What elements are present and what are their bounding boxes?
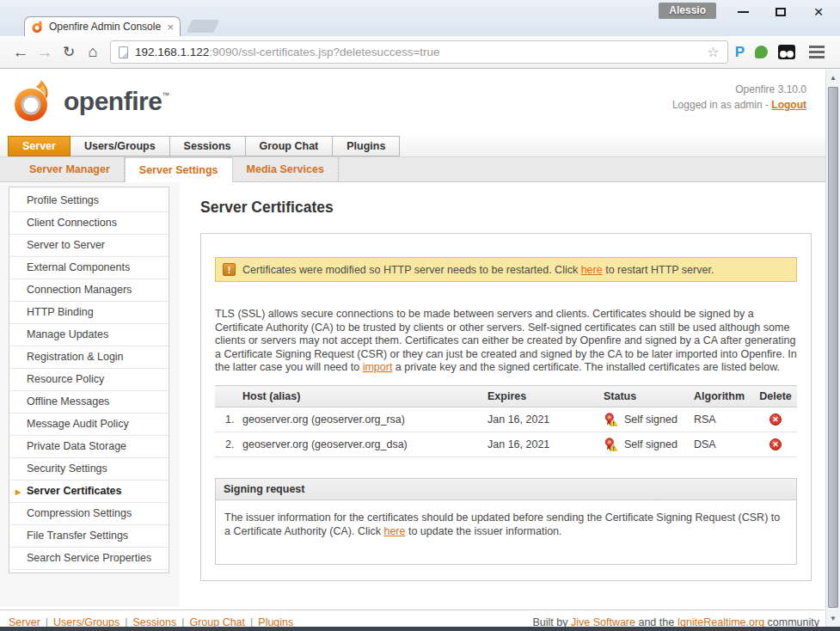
delete-certificate-icon[interactable]: ✕ [769, 414, 782, 426]
header-delete: Delete [754, 390, 797, 402]
signing-request-panel: Signing request The issuer information f… [215, 478, 797, 565]
version-label: Openfire 3.10.0 [672, 83, 806, 95]
restart-warning-banner: ! Certificates were modified so HTTP ser… [215, 257, 797, 282]
url-path: :9090/ssl-certificates.jsp?deletesuccess… [209, 46, 700, 58]
sidebar-item-connection-managers[interactable]: Connection Managers [9, 279, 169, 302]
row-number: 2. [215, 438, 242, 450]
restart-here-link[interactable]: here [581, 264, 603, 276]
p-extension-icon[interactable]: P [735, 44, 745, 61]
maximize-icon [776, 8, 786, 16]
sidebar-item-label: Server Certificates [27, 485, 121, 497]
signing-request-body: The issuer information for the certifica… [216, 500, 796, 564]
url-host: 192.168.1.122 [135, 46, 209, 58]
new-tab-button[interactable] [187, 20, 220, 33]
sidebar-item-profile-settings[interactable]: Profile Settings [9, 190, 169, 212]
sidebar-item-message-audit-policy[interactable]: Message Audit Policy [9, 414, 169, 436]
minimize-button[interactable] [730, 2, 756, 22]
table-row: 2. geoserver.org (geoserver.org_dsa) Jan… [215, 432, 797, 457]
delete-certificate-icon[interactable]: ✕ [769, 438, 782, 450]
extensions-area: P [735, 44, 828, 61]
sidebar-item-search-service-properties[interactable]: Search Service Properties [9, 548, 169, 570]
certificates-table: Host (alias) Expires Status Algorithm De… [215, 385, 797, 457]
sub-nav: Server Manager Server Settings Media Ser… [0, 156, 825, 182]
content-box: ! Certificates were modified so HTTP ser… [200, 233, 812, 581]
subtab-server-manager[interactable]: Server Manager [15, 157, 125, 181]
warning-text: Certificates were modified so HTTP serve… [242, 264, 714, 276]
table-header-row: Host (alias) Expires Status Algorithm De… [215, 385, 797, 407]
home-icon[interactable]: ⌂ [81, 43, 105, 61]
openfire-logo: openfire™ [10, 78, 169, 125]
dark-extension-icon[interactable] [778, 45, 795, 59]
openfire-flame-icon [10, 78, 55, 125]
warning-icon: ! [223, 263, 236, 276]
sidebar-item-compression-settings[interactable]: Compression Settings [9, 503, 169, 525]
cert-status-text: Self signed [624, 414, 678, 426]
warning-text-before: Certificates were modified so HTTP serve… [242, 264, 581, 276]
close-icon: × [813, 4, 823, 20]
back-icon[interactable]: ← [9, 43, 33, 62]
browser-toolbar: ← → ↻ ⌂ 192.168.1.122 :9090/ssl-certific… [0, 36, 840, 69]
header-info: Openfire 3.10.0 Logged in as admin - Log… [672, 83, 806, 111]
sidebar-item-external-components[interactable]: External Components [9, 257, 169, 279]
sidebar-item-private-data-storage[interactable]: Private Data Storage [9, 436, 169, 458]
header-host-alias: Host (alias) [215, 390, 487, 402]
sidebar-item-manage-updates[interactable]: Manage Updates [9, 324, 169, 346]
minimize-icon [738, 11, 749, 13]
tab-users-groups[interactable]: Users/Groups [70, 136, 170, 156]
cert-expires: Jan 16, 2021 [487, 414, 604, 426]
tab-sessions[interactable]: Sessions [169, 136, 246, 156]
subtab-server-settings[interactable]: Server Settings [125, 157, 233, 182]
header-status: Status [604, 390, 694, 402]
certificate-warning-icon [604, 438, 617, 451]
tab-server[interactable]: Server [8, 136, 71, 156]
url-bar[interactable]: 192.168.1.122 :9090/ssl-certificates.jsp… [110, 40, 728, 64]
tab-plugins[interactable]: Plugins [332, 136, 400, 156]
page-icon [119, 46, 128, 58]
scrollbar-thumb[interactable] [828, 87, 838, 608]
scroll-down-icon[interactable]: ▼ [826, 611, 840, 626]
tab-group-chat[interactable]: Group Chat [245, 136, 334, 156]
sidebar-item-file-transfer-settings[interactable]: File Transfer Settings [9, 525, 169, 548]
browser-window: Openfire Admin Console: × Alessio × ← → … [0, 0, 840, 631]
header-algorithm: Algorithm [694, 390, 754, 402]
scroll-up-icon[interactable]: ▲ [826, 70, 840, 85]
intro-text-after: a private key and the signed certificate… [392, 361, 780, 373]
cert-host-link[interactable]: geoserver.org (geoserver.org_rsa) [242, 414, 487, 426]
profile-badge[interactable]: Alessio [659, 3, 716, 19]
signing-request-title: Signing request [216, 479, 796, 500]
intro-paragraph: TLS (SSL) allows secure connections to b… [215, 308, 797, 375]
import-link[interactable]: import [363, 361, 393, 373]
browser-tab[interactable]: Openfire Admin Console: × [24, 16, 181, 36]
cert-status-text: Self signed [624, 438, 678, 450]
maximize-button[interactable] [768, 2, 794, 22]
logout-link[interactable]: Logout [771, 99, 806, 111]
cert-status-cell: Self signed [604, 413, 694, 426]
green-bubble-extension-icon[interactable] [755, 46, 768, 58]
chrome-menu-icon[interactable] [809, 46, 825, 48]
sidebar-item-server-to-server[interactable]: Server to Server [9, 235, 169, 257]
certificate-warning-icon [604, 413, 617, 426]
cert-status-cell: Self signed [604, 438, 694, 451]
page-title: Server Certificates [200, 199, 334, 217]
main-nav: Server Users/Groups Sessions Group Chat … [0, 136, 825, 156]
subtab-media-services[interactable]: Media Services [233, 157, 339, 181]
forward-icon[interactable]: → [33, 43, 57, 62]
sidebar-item-http-binding[interactable]: HTTP Binding [9, 302, 169, 324]
close-button[interactable]: × [806, 2, 831, 22]
update-issuer-here-link[interactable]: here [383, 525, 405, 537]
sidebar-item-client-connections[interactable]: Client Connections [9, 212, 169, 235]
tab-close-icon[interactable]: × [167, 21, 174, 33]
logo-text: openfire [64, 87, 162, 115]
sidebar-item-security-settings[interactable]: Security Settings [9, 458, 169, 481]
row-number: 1. [215, 414, 242, 426]
reload-icon[interactable]: ↻ [57, 43, 81, 61]
sidebar-item-server-certificates[interactable]: ▶Server Certificates [9, 481, 169, 503]
warning-text-after: to restart HTTP server. [603, 264, 714, 276]
vertical-scrollbar[interactable]: ▲ ▼ [825, 70, 840, 627]
cert-host-link[interactable]: geoserver.org (geoserver.org_dsa) [242, 438, 487, 450]
sidebar-item-registration-login[interactable]: Registration & Login [9, 346, 169, 369]
bookmark-star-icon[interactable]: ☆ [707, 44, 719, 60]
sidebar: Profile Settings Client Connections Serv… [9, 187, 169, 573]
sidebar-item-offline-messages[interactable]: Offline Messages [9, 391, 169, 414]
sidebar-item-resource-policy[interactable]: Resource Policy [9, 369, 169, 391]
